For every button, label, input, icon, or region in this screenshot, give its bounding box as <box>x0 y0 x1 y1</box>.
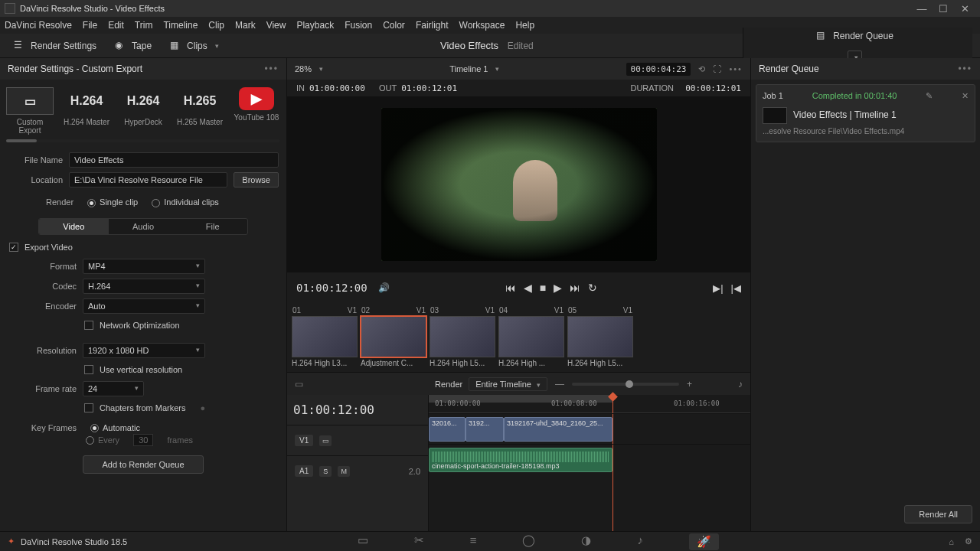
browse-button[interactable]: Browse <box>234 172 279 187</box>
tab-video[interactable]: Video <box>39 219 109 234</box>
menu-timeline[interactable]: Timeline <box>163 20 198 31</box>
video-track-header[interactable]: V1 ▭ <box>287 425 428 455</box>
menu-help[interactable]: Help <box>515 20 534 31</box>
timeline-view-icon[interactable]: ▭ <box>295 379 303 390</box>
tab-file[interactable]: File <box>178 219 247 234</box>
keyframes-auto-radio[interactable]: Automatic <box>90 423 140 433</box>
viewer-timecode[interactable]: 00:00:04:23 <box>626 63 691 76</box>
next-clip-button[interactable]: |◀ <box>731 282 741 294</box>
volume-icon[interactable]: 🔊 <box>378 282 390 293</box>
timeline-ruler[interactable]: 01:00:00:00 01:00:08:00 01:00:16:00 01:0… <box>429 395 750 413</box>
preset-youtube[interactable]: ▶YouTube 108 <box>233 87 280 135</box>
format-select[interactable]: MP4▾ <box>83 259 205 274</box>
chapters-checkbox[interactable] <box>84 403 93 412</box>
audio-track-header[interactable]: A1 S M 2.0 <box>287 455 428 486</box>
step-back-button[interactable]: ◀ <box>524 282 532 294</box>
tape-toggle[interactable]: ◉ Tape <box>109 37 158 54</box>
track-lock-icon[interactable]: ▭ <box>319 435 332 446</box>
first-frame-button[interactable]: ⏮ <box>505 282 516 294</box>
fairlight-page-icon[interactable]: ♪ <box>637 533 643 550</box>
single-clip-radio[interactable]: Single clip <box>87 197 138 207</box>
prev-clip-button[interactable]: ▶| <box>713 282 723 294</box>
panel-menu-icon[interactable]: ••• <box>958 64 972 74</box>
edit-page-icon[interactable]: ≡ <box>470 533 477 550</box>
vertical-res-checkbox[interactable] <box>84 365 93 374</box>
preset-h265-master[interactable]: H.265H.265 Master <box>176 87 224 135</box>
menu-fairlight[interactable]: Fairlight <box>416 20 449 31</box>
codec-select[interactable]: H.264▾ <box>83 279 205 294</box>
close-button[interactable]: ✕ <box>954 3 975 15</box>
resolution-select[interactable]: 1920 x 1080 HD▾ <box>83 343 205 358</box>
keyframes-every-radio[interactable]: Every <box>86 435 119 445</box>
menu-fusion[interactable]: Fusion <box>345 20 372 31</box>
play-button[interactable]: ▶ <box>554 282 562 294</box>
chevron-down-icon[interactable]: ▾ <box>495 65 499 73</box>
stop-button[interactable]: ■ <box>540 282 546 294</box>
tab-audio[interactable]: Audio <box>109 219 178 234</box>
location-input[interactable] <box>69 172 227 187</box>
panel-menu-icon[interactable]: ••• <box>264 64 279 74</box>
preset-scrollbar[interactable] <box>6 139 280 142</box>
render-queue-toggle[interactable]: ▤ Render Queue <box>810 28 900 44</box>
cut-page-icon[interactable]: ✂ <box>414 533 424 550</box>
menu-color[interactable]: Color <box>383 20 405 31</box>
preset-hyperdeck[interactable]: H.264HyperDeck <box>119 87 167 135</box>
thumbnail-03[interactable]: 03V1H.264 High L5... <box>430 306 495 372</box>
video-clip[interactable]: 3192... <box>466 417 504 442</box>
individual-clips-radio[interactable]: Individual clips <box>152 197 219 207</box>
chevron-down-icon[interactable]: ▾ <box>319 65 323 73</box>
menu-app[interactable]: DaVinci Resolve <box>5 20 72 31</box>
settings-icon[interactable]: ⚙ <box>965 536 972 546</box>
add-to-render-queue-button[interactable]: Add to Render Queue <box>83 455 203 474</box>
video-clip[interactable]: 3192167-uhd_3840_2160_25... <box>504 417 612 442</box>
video-track[interactable]: 32016... 3192... 3192167-uhd_3840_2160_2… <box>429 413 750 444</box>
menu-edit[interactable]: Edit <box>108 20 124 31</box>
audio-icon[interactable]: ♪ <box>738 379 743 390</box>
thumbnail-01[interactable]: 01V1H.264 High L3... <box>292 306 358 372</box>
network-opt-checkbox[interactable] <box>84 321 93 330</box>
render-settings-toggle[interactable]: ☰ Render Settings <box>8 37 103 54</box>
preset-custom[interactable]: ▭Custom Export <box>6 87 54 135</box>
export-video-checkbox[interactable] <box>9 243 18 252</box>
sync-icon[interactable]: ⟲ <box>698 64 705 74</box>
zoom-in-button[interactable]: + <box>687 379 692 390</box>
fusion-page-icon[interactable]: ◯ <box>522 533 535 550</box>
menu-file[interactable]: File <box>83 20 97 31</box>
menu-workspace[interactable]: Workspace <box>459 20 505 31</box>
color-page-icon[interactable]: ◑ <box>581 533 591 550</box>
render-all-button[interactable]: Render All <box>904 505 972 523</box>
edit-job-icon[interactable]: ✎ <box>926 91 933 101</box>
audio-track[interactable]: cinematic-sport-action-trailer-185198.mp… <box>429 444 750 474</box>
viewer-zoom[interactable]: 28% <box>295 64 312 73</box>
step-forward-button[interactable]: ⏭ <box>570 282 580 294</box>
render-scope-select[interactable]: Entire Timeline ▾ <box>469 377 547 391</box>
maximize-button[interactable]: ☐ <box>933 3 954 15</box>
mute-button[interactable]: M <box>338 466 350 477</box>
thumbnail-05[interactable]: 05V1H.264 High L5... <box>567 306 633 372</box>
clips-toggle[interactable]: ▦ Clips ▾ <box>164 37 225 54</box>
expand-icon[interactable]: ⛶ <box>713 64 721 73</box>
preset-h264-master[interactable]: H.264H.264 Master <box>63 87 110 135</box>
render-job-card[interactable]: Job 1 Completed in 00:01:40 ✎ ✕ Video Ef… <box>756 84 975 142</box>
solo-button[interactable]: S <box>319 466 332 477</box>
minimize-button[interactable]: — <box>911 3 933 15</box>
viewer[interactable] <box>287 96 750 272</box>
thumbnail-04[interactable]: 04V1H.264 High ... <box>498 306 564 372</box>
menu-trim[interactable]: Trim <box>135 20 153 31</box>
menu-view[interactable]: View <box>266 20 286 31</box>
filename-input[interactable] <box>69 152 279 168</box>
zoom-out-button[interactable]: — <box>555 379 564 390</box>
viewer-menu-icon[interactable]: ••• <box>729 64 743 73</box>
menu-mark[interactable]: Mark <box>235 20 256 31</box>
loop-button[interactable]: ↻ <box>588 282 597 294</box>
framerate-select[interactable]: 24▾ <box>83 381 144 396</box>
encoder-select[interactable]: Auto▾ <box>83 298 205 314</box>
deliver-page-icon[interactable]: 🚀 <box>689 533 719 550</box>
video-clip[interactable]: 32016... <box>429 417 466 442</box>
zoom-slider[interactable] <box>572 383 679 386</box>
menu-clip[interactable]: Clip <box>208 20 224 31</box>
audio-clip[interactable]: cinematic-sport-action-trailer-185198.mp… <box>429 448 612 472</box>
thumbnail-02[interactable]: 02V1Adjustment C... <box>361 306 426 372</box>
home-icon[interactable]: ⌂ <box>949 537 954 546</box>
menu-playback[interactable]: Playback <box>296 20 334 31</box>
